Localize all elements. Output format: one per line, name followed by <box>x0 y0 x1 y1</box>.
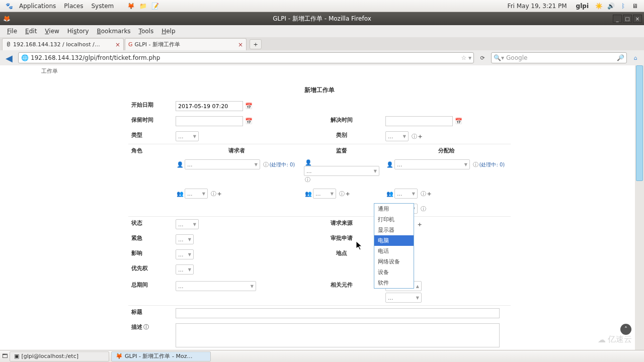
related-type-dropdown[interactable]: 通用 打印机 显示器 电脑 电话 网络设备 设备 软件 <box>374 203 414 289</box>
info-icon[interactable]: ⓘ <box>263 161 269 168</box>
tab-phpmyadmin[interactable]: 🛢 192.168.144.132 / localhost /… × <box>2 38 124 50</box>
scrollbar-thumb[interactable] <box>636 65 643 181</box>
label-approval: 审批申请 <box>301 232 382 247</box>
firefox-toolbar: ◀ 🌐 192.168.144.132/glpi/front/ticket.fo… <box>0 50 644 65</box>
vertical-scrollbar[interactable] <box>635 65 644 350</box>
total-time-select[interactable]: ...▼ <box>176 281 256 291</box>
volume-icon[interactable]: 🔊 <box>606 2 615 11</box>
user-menu[interactable]: glpi <box>576 3 589 10</box>
refresh-button[interactable]: ⟳ <box>477 52 488 63</box>
home-button[interactable]: ⌂ <box>630 55 641 61</box>
add-button[interactable]: + <box>418 221 422 228</box>
priority-select[interactable]: ...▼ <box>176 264 194 275</box>
menu-history[interactable]: History <box>63 28 93 35</box>
dropdown-option[interactable]: 电话 <box>374 246 414 256</box>
task-terminal[interactable]: ▣[glpi@localhost:/etc] <box>10 351 109 361</box>
info-icon[interactable]: ⓘ <box>143 324 149 330</box>
new-tab-button[interactable]: + <box>250 39 262 49</box>
menu-edit[interactable]: Edit <box>21 28 41 35</box>
watcher-user-select[interactable]: ...▼ <box>304 166 379 176</box>
menu-file[interactable]: File <box>3 28 21 35</box>
url-bar[interactable]: 🌐 192.168.144.132/glpi/front/ticket.form… <box>18 52 474 63</box>
close-button[interactable]: × <box>633 15 642 23</box>
menu-bookmarks[interactable]: Bookmarks <box>93 28 135 35</box>
bookmark-star-icon[interactable]: ☆ ▾ <box>461 54 471 61</box>
tab-close-icon[interactable]: × <box>238 41 243 48</box>
clock[interactable]: Fri May 19, 3:21 PM <box>508 3 567 10</box>
maximize-button[interactable]: □ <box>623 15 632 23</box>
processing-count: (处理中: 0) <box>270 162 295 167</box>
dropdown-option[interactable]: 软件 <box>374 278 414 288</box>
file-manager-icon[interactable]: 📁 <box>138 2 147 11</box>
minimize-button[interactable]: _ <box>613 15 622 23</box>
network-icon[interactable]: 🖥 <box>630 2 639 11</box>
tab-glpi[interactable]: G GLPI - 新增工作单 × <box>125 38 247 50</box>
label-role: 角色 <box>128 144 173 157</box>
menu-view[interactable]: View <box>41 28 63 35</box>
urgency-select[interactable]: ...▼ <box>176 234 194 244</box>
related-item-select[interactable]: ...▼ <box>385 293 422 303</box>
calendar-icon[interactable]: 📅 <box>245 118 253 125</box>
user-icon: 👤 <box>305 159 312 166</box>
menu-help[interactable]: Help <box>157 28 179 35</box>
add-category-button[interactable]: + <box>418 133 423 140</box>
breadcrumb-tab[interactable]: 工作单 <box>35 65 604 75</box>
assigned-group-select[interactable]: ...▼ <box>394 189 418 199</box>
applications-menu[interactable]: Applications <box>15 3 60 10</box>
globe-icon: 🌐 <box>21 54 29 62</box>
search-bar[interactable]: 🔍▾ Google 🔎 <box>491 52 627 63</box>
label-description: 描述ⓘ <box>128 321 173 350</box>
places-menu[interactable]: Places <box>60 3 87 10</box>
info-icon[interactable]: ⓘ <box>339 191 345 197</box>
dropdown-option[interactable]: 打印机 <box>374 214 414 225</box>
info-icon[interactable]: ⓘ <box>412 133 417 140</box>
info-icon[interactable]: ⓘ <box>211 191 216 197</box>
watcher-group-select[interactable]: ...▼ <box>313 189 336 199</box>
dropdown-option[interactable]: 设备 <box>374 267 414 278</box>
add-button[interactable]: + <box>217 191 222 197</box>
dropdown-option[interactable]: 网络设备 <box>374 256 414 267</box>
dropdown-option[interactable]: 显示器 <box>374 225 414 235</box>
requester-group-select[interactable]: ...▼ <box>185 189 208 199</box>
menu-tools[interactable]: Tools <box>135 28 158 35</box>
task-firefox[interactable]: 🦊GLPI - 新增工作单 - Moz… <box>111 351 211 361</box>
tab-close-icon[interactable]: × <box>115 41 120 48</box>
scroll-top-button[interactable]: ˄ <box>620 324 631 335</box>
back-button[interactable]: ◀ <box>3 52 15 64</box>
info-icon[interactable]: ⓘ <box>421 206 426 212</box>
firefox-icon: 🦊 <box>116 353 123 359</box>
category-select[interactable]: ...▼ <box>385 131 409 141</box>
type-select[interactable]: ...▼ <box>176 131 199 141</box>
calendar-icon[interactable]: 📅 <box>455 118 462 125</box>
show-desktop-icon[interactable]: 🗔 <box>2 353 8 359</box>
system-menu[interactable]: System <box>87 3 118 10</box>
window-title: GLPI - 新增工作单 - Mozilla Firefox <box>273 15 371 23</box>
firefox-launcher-icon[interactable]: 🦊 <box>126 2 135 11</box>
watermark: ☁亿速云 <box>598 334 632 345</box>
info-icon[interactable]: ⓘ <box>421 191 426 197</box>
hold-time-input[interactable] <box>176 116 243 126</box>
dropdown-option[interactable]: 通用 <box>374 204 414 214</box>
assigned-user-select[interactable]: ...▼ <box>394 159 470 169</box>
add-button[interactable]: + <box>427 191 432 197</box>
label-request-source: 请求来源 <box>301 217 382 232</box>
impact-select[interactable]: ...▼ <box>176 249 194 259</box>
dropdown-option-selected[interactable]: 电脑 <box>374 235 414 246</box>
window-titlebar: 🦊 GLPI - 新增工作单 - Mozilla Firefox _ □ × <box>0 12 644 25</box>
info-icon[interactable]: ⓘ <box>305 176 310 183</box>
info-icon[interactable]: ⓘ <box>473 161 478 168</box>
search-go-icon[interactable]: 🔎 <box>617 54 624 61</box>
text-editor-icon[interactable]: 📝 <box>150 2 159 11</box>
status-select[interactable]: ...▼ <box>176 219 199 229</box>
resolve-time-input[interactable] <box>385 116 453 126</box>
subject-input[interactable] <box>176 308 500 318</box>
start-date-input[interactable] <box>176 101 243 111</box>
calendar-icon[interactable]: 📅 <box>245 103 253 110</box>
bluetooth-icon[interactable]: ᛒ <box>618 2 627 11</box>
terminal-icon: ▣ <box>14 353 19 359</box>
brightness-icon[interactable]: ☀️ <box>594 2 603 11</box>
requester-user-select[interactable]: ...▼ <box>185 159 260 169</box>
description-textarea[interactable] <box>176 323 500 347</box>
user-icon: 👤 <box>177 161 184 168</box>
add-button[interactable]: + <box>346 191 350 197</box>
